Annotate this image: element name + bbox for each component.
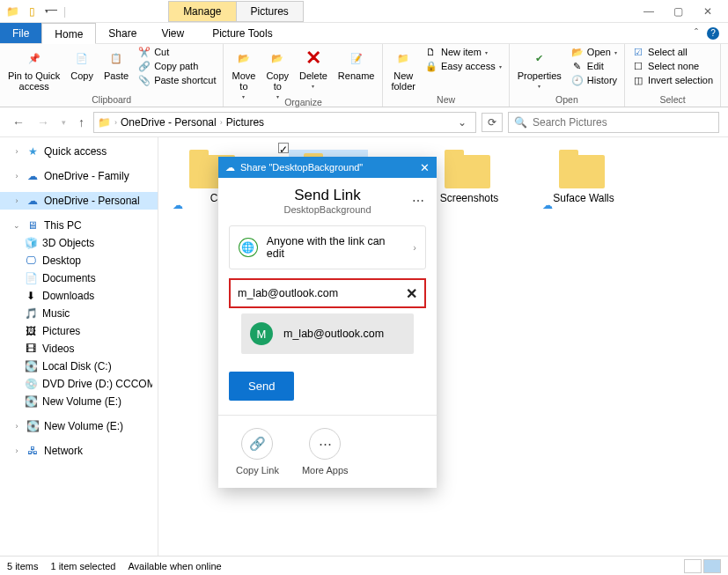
select-group-label: Select <box>629 94 717 105</box>
search-box[interactable]: 🔍 <box>508 112 719 133</box>
pc-icon: 🖥 <box>26 219 39 232</box>
paste-label: Paste <box>104 70 129 81</box>
manage-tab[interactable]: Manage <box>168 1 236 22</box>
cut-button[interactable]: ✂️Cut <box>138 46 216 58</box>
easy-access-button[interactable]: 🔒Easy access ▾ <box>425 60 502 72</box>
view-tab[interactable]: View <box>149 23 196 43</box>
copy-path-icon: 🔗 <box>138 60 151 72</box>
move-to-button[interactable]: 📂Move to▾ <box>227 46 260 101</box>
copy-link-button[interactable]: 🔗 Copy Link <box>236 428 279 475</box>
sidebar-item-downloads[interactable]: ⬇Downloads <box>0 287 158 305</box>
sidebar-item-desktop[interactable]: 🖵Desktop <box>0 252 158 269</box>
maximize-button[interactable]: ▢ <box>673 5 686 18</box>
contextual-tabs: Manage Pictures <box>168 1 304 22</box>
paste-shortcut-button[interactable]: 📎Paste shortcut <box>138 74 216 86</box>
ribbon-collapse-icon[interactable]: ˆ <box>695 27 698 40</box>
paste-icon: 📋 <box>106 48 127 69</box>
clear-input-button[interactable]: ✕ <box>406 285 417 302</box>
new-item-icon: 🗋 <box>425 46 438 58</box>
sidebar-item-local-disk[interactable]: 💽Local Disk (C:) <box>0 358 158 375</box>
collapse-icon[interactable]: ⌄ <box>12 221 21 230</box>
sidebar-item-pictures[interactable]: 🖼Pictures <box>0 322 158 340</box>
address-dropdown-icon[interactable]: ⌄ <box>452 116 472 129</box>
back-button[interactable]: ← <box>9 115 28 129</box>
dialog-titlebar[interactable]: ☁ Share "DesktopBackground" ✕ <box>218 157 437 178</box>
sidebar-item-new-volume[interactable]: 💽New Volume (E:) <box>0 393 158 410</box>
select-none-button[interactable]: ☐Select none <box>632 60 713 72</box>
chevron-right-icon: › <box>114 118 117 127</box>
file-tab[interactable]: File <box>0 23 41 43</box>
expand-icon[interactable]: › <box>12 172 21 181</box>
history-button[interactable]: 🕘History <box>571 74 617 86</box>
up-button[interactable]: ↑ <box>75 115 88 129</box>
open-group: ✔Properties▾ 📂Open ▾ ✎Edit 🕘History Open <box>510 44 625 107</box>
close-button[interactable]: ✕ <box>703 5 716 18</box>
invert-selection-button[interactable]: ◫Invert selection <box>632 74 713 86</box>
sidebar-item-onedrive-personal[interactable]: ›☁OneDrive - Personal <box>0 192 158 210</box>
dialog-title: Share "DesktopBackground" <box>240 162 363 173</box>
select-all-button[interactable]: ☑Select all <box>632 46 713 58</box>
open-button[interactable]: 📂Open ▾ <box>571 46 617 58</box>
sidebar-item-this-pc[interactable]: ⌄🖥This PC <box>0 217 158 234</box>
details-view-button[interactable] <box>684 559 702 573</box>
sidebar-item-music[interactable]: 🎵Music <box>0 305 158 322</box>
pin-quick-access-button[interactable]: 📌 Pin to Quick access <box>4 46 64 93</box>
search-input[interactable] <box>533 116 713 129</box>
expand-icon[interactable]: › <box>12 196 21 205</box>
edit-button[interactable]: ✎Edit <box>571 60 617 72</box>
copy-to-button[interactable]: 📂Copy to▾ <box>261 46 293 101</box>
more-apps-button[interactable]: ⋯ More Apps <box>302 428 349 475</box>
dialog-close-button[interactable]: ✕ <box>420 161 430 174</box>
breadcrumb-item[interactable]: Pictures <box>226 116 264 129</box>
sidebar-item-3d-objects[interactable]: 🧊3D Objects <box>0 234 158 252</box>
minimize-button[interactable]: — <box>643 5 656 18</box>
more-options-button[interactable]: ⋯ <box>412 194 426 208</box>
copy-path-button[interactable]: 🔗Copy path <box>138 60 216 72</box>
link-permission-button[interactable]: 🌐 Anyone with the link can edit › <box>229 225 426 269</box>
help-icon[interactable]: ? <box>707 27 719 40</box>
contact-suggestion[interactable]: M m_lab@outlook.com <box>241 313 414 354</box>
rename-button[interactable]: 📝Rename <box>334 46 379 83</box>
breadcrumb-item[interactable]: OneDrive - Personal <box>121 116 217 129</box>
new-folder-button[interactable]: 📁New folder <box>386 46 420 93</box>
picture-tools-tab[interactable]: Picture Tools <box>200 23 284 43</box>
window-titlebar: 📁 ▯ ▾ | Manage Pictures — ▢ ✕ <box>0 0 728 23</box>
share-tab[interactable]: Share <box>96 23 149 43</box>
delete-icon: ✕ <box>303 48 324 69</box>
new-item-button[interactable]: 🗋New item ▾ <box>425 46 502 58</box>
home-tab[interactable]: Home <box>41 23 96 44</box>
clipboard-group: 📌 Pin to Quick access 📄 Copy 📋 Paste ✂️C… <box>0 44 224 107</box>
folder-item[interactable]: Screenshots <box>430 150 509 210</box>
copy-button[interactable]: 📄 Copy <box>66 46 98 83</box>
separator <box>218 415 437 416</box>
icons-view-button[interactable] <box>703 559 721 573</box>
star-icon: ★ <box>26 145 39 158</box>
sidebar-item-videos[interactable]: 🎞Videos <box>0 340 158 358</box>
properties-icon: ✔ <box>529 48 550 69</box>
sidebar-item-network[interactable]: ›🖧Network <box>0 442 158 460</box>
sidebar-item-quick-access[interactable]: ›★Quick access <box>0 143 158 160</box>
address-bar[interactable]: 📁 › OneDrive - Personal › Pictures ⌄ <box>93 112 476 133</box>
sidebar-item-onedrive-family[interactable]: ›☁OneDrive - Family <box>0 167 158 185</box>
sidebar-item-documents[interactable]: 📄Documents <box>0 269 158 287</box>
refresh-button[interactable]: ⟳ <box>482 113 503 132</box>
paste-button[interactable]: 📋 Paste <box>99 46 133 83</box>
disk-icon: 💽 <box>26 420 39 432</box>
properties-button[interactable]: ✔Properties▾ <box>513 46 566 91</box>
status-bar: 5 items 1 item selected Available when o… <box>0 556 728 575</box>
edit-icon: ✎ <box>571 60 584 72</box>
send-button[interactable]: Send <box>229 372 294 401</box>
email-input[interactable] <box>238 287 406 299</box>
copy-to-icon: 📂 <box>267 48 288 69</box>
cloud-icon: ☁ <box>173 199 183 211</box>
forward-button[interactable]: → <box>33 115 53 129</box>
sidebar-item-dvd[interactable]: 💿DVD Drive (D:) CCCOMA_X64FRE_EN-US <box>0 375 158 393</box>
sidebar-item-new-volume-2[interactable]: ›💽New Volume (E:) <box>0 417 158 435</box>
folder-item[interactable]: ☁Suface Walls <box>544 150 623 210</box>
expand-icon[interactable]: › <box>12 147 21 156</box>
qat-dropdown-icon[interactable]: ▾ <box>44 4 58 18</box>
selection-checkbox[interactable]: ✓ <box>278 143 289 153</box>
recent-dropdown[interactable]: ▾ <box>58 118 70 127</box>
delete-button[interactable]: ✕Delete▾ <box>295 46 332 91</box>
organize-group: 📂Move to▾ 📂Copy to▾ ✕Delete▾ 📝Rename Org… <box>224 44 383 107</box>
